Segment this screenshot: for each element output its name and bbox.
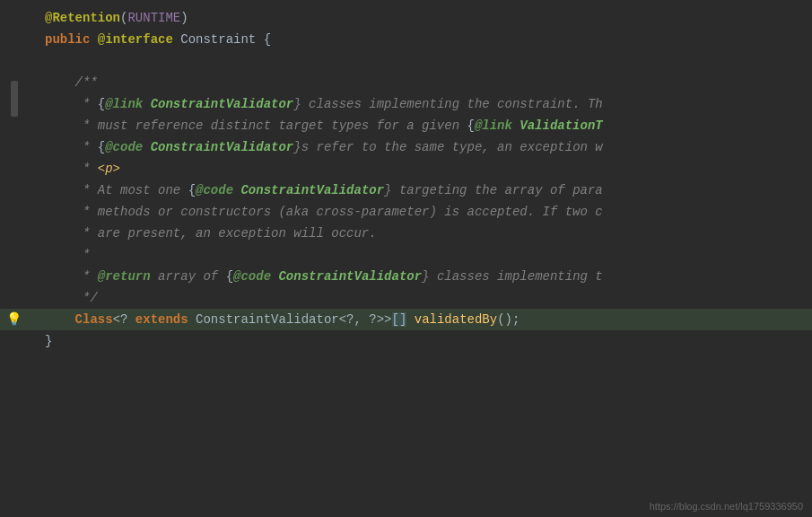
annotation-retention: @Retention	[45, 11, 120, 25]
code-line-16: }	[27, 331, 52, 351]
line-14: */	[0, 287, 812, 309]
bulb-icon[interactable]: 💡	[6, 311, 22, 327]
type-constraint: Constraint	[180, 32, 256, 47]
code-line-3	[27, 51, 52, 71]
kw-class: Class	[75, 312, 113, 327]
type-constraintvalidator: ConstraintValidator	[196, 312, 339, 327]
kw-interface: @interface	[98, 32, 173, 47]
gutter-15: 💡	[0, 311, 27, 327]
line-10: * methods or constructors (aka cross-par…	[0, 201, 812, 223]
method-validatedby: validatedBy	[415, 312, 497, 327]
code-editor: @Retention(RUNTIME) public @interface Co…	[0, 0, 812, 517]
code-line-1: @Retention(RUNTIME)	[27, 8, 188, 28]
code-line-12: *	[27, 245, 90, 265]
kw-public: public	[45, 32, 90, 47]
line-9: * At most one {@code ConstraintValidator…	[0, 180, 812, 201]
line-7: * {@code ConstraintValidator}s refer to …	[0, 136, 812, 158]
code-line-5: * {@link ConstraintValidator} classes im…	[27, 94, 603, 114]
code-line-9: * At most one {@code ConstraintValidator…	[27, 180, 603, 200]
code-line-2: public @interface Constraint {	[27, 30, 271, 49]
code-line-7: * {@code ConstraintValidator}s refer to …	[27, 137, 603, 157]
line-11: * are present, an exception will occur.	[0, 223, 812, 244]
line-8: * <p>	[0, 158, 812, 180]
line-13: * @return array of {@code ConstraintVali…	[0, 266, 812, 287]
kw-extends: extends	[135, 312, 188, 327]
code-line-14: */	[27, 288, 98, 308]
code-line-6: * must reference distinct target types f…	[27, 116, 603, 136]
watermark: https://blog.csdn.net/lq1759336950	[650, 501, 803, 512]
code-line-8: * <p>	[27, 159, 120, 179]
line-3	[0, 50, 812, 72]
code-line-13: * @return array of {@code ConstraintVali…	[27, 267, 603, 286]
line-4: /**	[0, 72, 812, 93]
const-runtime: RUNTIME	[127, 11, 180, 25]
line-6: * must reference distinct target types f…	[0, 115, 812, 136]
bracket-highlight: []	[392, 312, 407, 327]
line-2: public @interface Constraint {	[0, 29, 812, 50]
line-1: @Retention(RUNTIME)	[0, 7, 812, 29]
line-5: * {@link ConstraintValidator} classes im…	[0, 93, 812, 115]
line-12: *	[0, 244, 812, 266]
code-line-15: Class<? extends ConstraintValidator<?, ?…	[27, 310, 520, 329]
code-content: @Retention(RUNTIME) public @interface Co…	[0, 0, 812, 359]
code-line-10: * methods or constructors (aka cross-par…	[27, 202, 603, 222]
code-line-11: * are present, an exception will occur.	[27, 223, 377, 243]
code-line-4: /**	[27, 73, 98, 92]
line-16: }	[0, 330, 812, 352]
line-15: 💡 Class<? extends ConstraintValidator<?,…	[0, 309, 812, 330]
